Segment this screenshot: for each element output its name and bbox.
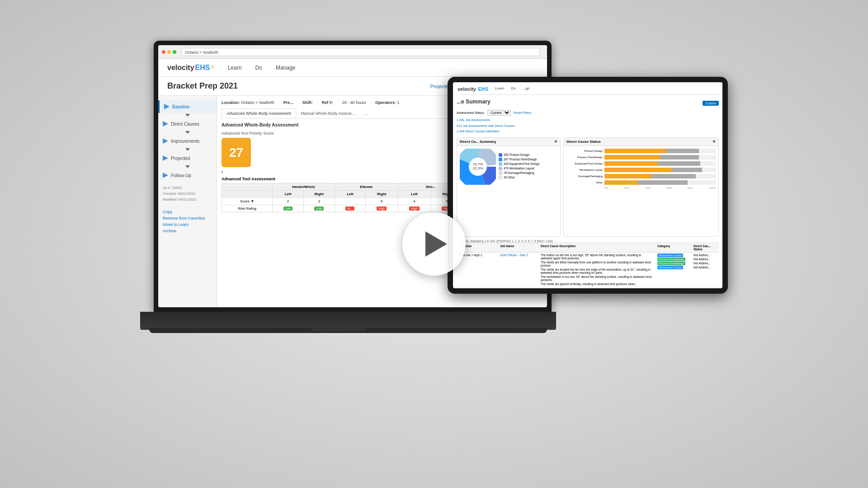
direct-cause-status-card: Direct Cause Status ✕ Product Design <box>563 137 719 237</box>
cell-category: Workstation Layout Process Flow/Design P… <box>657 253 689 286</box>
bar-label-workstation: Workstation Layout <box>566 169 603 171</box>
card-close-icon-2[interactable]: ✕ <box>712 140 716 144</box>
score-cell-2: 2 <box>303 198 335 205</box>
reset-filters-link[interactable]: Reset Filters <box>514 111 531 114</box>
ref-text: Ref #: <box>322 100 333 105</box>
sub-right2: Right <box>365 191 398 198</box>
risk-cell-4: High <box>365 205 398 212</box>
bar-track-product <box>604 149 716 153</box>
desc-row-1: The button on the line is too high, 55" … <box>541 253 653 260</box>
card-close-icon[interactable]: ✕ <box>554 140 557 144</box>
chevron-down-icon <box>185 114 190 117</box>
sidebar-item-followup[interactable]: Follow-Up <box>158 169 217 182</box>
sidebar-item-improvements[interactable]: Improvements <box>158 135 217 147</box>
assessment-status-select[interactable]: Current <box>487 110 511 116</box>
col-header-status: Direct Cau... Status <box>693 244 716 251</box>
legend-dot-equipment <box>499 162 502 166</box>
custom-filter-btn[interactable]: Custom <box>703 101 719 106</box>
col-hands: Hands/Wrists <box>273 183 335 191</box>
score-cell-4: 6 <box>365 198 398 205</box>
legend-label-product: 262 Product Design <box>504 153 529 156</box>
legend-dot-dunnage <box>499 171 502 175</box>
cell-job: Shell Offload - Take 2 <box>500 253 536 286</box>
stat-job-assessments: 1,381 Job Assessments <box>457 118 490 122</box>
risk-cell-5: High <box>398 205 430 212</box>
bar-fill-orange-process <box>604 155 660 160</box>
chevron-down-icon <box>185 148 190 151</box>
nav-learn[interactable]: Learn <box>228 65 242 71</box>
status-1: Not Addres... <box>693 253 716 257</box>
col-header-job: Job Name <box>500 244 536 251</box>
bar-row-workstation: Workstation Layout <box>566 168 716 172</box>
tablet: velocity EHS Learn Do ...ge ...e Summary… <box>448 77 728 294</box>
col-blank <box>222 183 273 191</box>
bar-fill-gray-workstation <box>671 168 703 172</box>
bar-track-equipment <box>604 161 716 166</box>
copy-link[interactable]: Copy <box>163 210 212 214</box>
legend-label-equipment: 326 Equipment/Tool Design <box>504 162 540 165</box>
cat-tag-2: Process Flow/Design <box>657 258 685 261</box>
sidebar-label-improvements: Improvements <box>171 139 199 144</box>
sub-right1: Right <box>303 191 335 198</box>
legend-dot-process <box>499 158 502 161</box>
bar-fill-orange-product <box>604 149 665 153</box>
status-2: Not Addres... <box>693 258 716 261</box>
bar-row-dunnage: Dunnage/Packaging <box>566 174 716 178</box>
bar-fill-gray-other <box>638 180 688 185</box>
tablet-nav-learn[interactable]: Learn <box>495 86 504 90</box>
nav-do[interactable]: Do <box>255 65 262 71</box>
risk-cell-1: Low <box>273 205 304 212</box>
sidebar-label-projected: Projected <box>171 156 190 161</box>
bar-fill-gray-dunnage <box>651 174 695 178</box>
tab-advanced-whole-body[interactable]: Advanced Whole-Body Assessment <box>222 108 296 118</box>
move-learn-link[interactable]: Move to Learn <box>163 222 212 227</box>
play-triangle-icon <box>425 231 447 257</box>
card-header-status: Direct Cause Status ✕ <box>564 138 718 146</box>
bar-row-other: Other <box>566 180 716 185</box>
tab-more[interactable]: ... <box>360 108 373 118</box>
bar-track-dunnage <box>604 174 716 178</box>
browser-url[interactable]: Ontario > Seaforth <box>182 48 540 56</box>
card-title-direct-cause: Direct Ca... Summary <box>460 140 496 144</box>
sidebar-links: Copy Remove from Favorites Move to Learn… <box>158 206 217 239</box>
sidebar-label-baseline: Baseline <box>172 104 189 109</box>
arrow-icon <box>163 138 168 144</box>
status-3: Not Addres... <box>693 262 716 265</box>
created-date: Created: 04/21/2021 <box>163 191 212 197</box>
bar-fill-orange-other <box>604 180 638 185</box>
tablet-nav-manage[interactable]: ...ge <box>523 86 530 90</box>
legend-dot-product <box>499 153 502 157</box>
browser-bar: Ontario > Seaforth <box>158 45 547 59</box>
archive-link[interactable]: Archive <box>163 229 212 233</box>
tab-manual-whole-body[interactable]: Manual Whole-Body Assess... <box>296 108 360 118</box>
tablet-nav-do[interactable]: Do <box>511 86 516 90</box>
sidebar-label-direct-causes: Direct Causes <box>171 122 199 127</box>
score-cell-3 <box>335 198 365 205</box>
job-link[interactable]: Shell Offload - Take 2 <box>500 253 528 257</box>
play-button[interactable] <box>402 212 466 276</box>
tablet-screen: velocity EHS Learn Do ...ge ...e Summary… <box>453 82 722 288</box>
pie-legend: 262 Product Design 287 Process Flow/Desi… <box>499 153 540 180</box>
tablet-body: ...e Summary Custom Assessment Status: C… <box>453 95 722 288</box>
browser-dot-minimize[interactable] <box>167 50 171 54</box>
pie-center-pct: 19.7% <box>473 162 483 166</box>
nav-manage[interactable]: Manage <box>276 65 295 71</box>
stat-identified: 1,460 Direct Causes Identified <box>457 130 499 133</box>
desc-row-3: The shells are located too far from the … <box>541 268 653 274</box>
col-header-desc: Direct Cause Description <box>541 244 653 251</box>
sidebar-item-baseline[interactable]: Baseline <box>158 100 217 113</box>
legend-workstation: 479 Workstation Layout <box>499 167 540 170</box>
arrow-icon <box>163 155 168 161</box>
bar-fill-orange-dunnage <box>604 174 651 178</box>
shift-text: Shift: <box>302 100 313 105</box>
legend-label-dunnage: 78 Dunnage/Packaging <box>504 171 534 174</box>
legend-product-design: 262 Product Design <box>499 153 540 157</box>
browser-dot-maximize[interactable] <box>173 50 176 54</box>
pie-chart-svg: 19.7% 22.3% <box>460 149 496 185</box>
remove-favorites-link[interactable]: Remove from Favorites <box>163 216 212 221</box>
sidebar-item-projected[interactable]: Projected <box>158 152 217 164</box>
browser-dot-close[interactable] <box>162 50 165 54</box>
hours-text: 20 - 40 hours <box>342 100 366 105</box>
arrow-icon <box>164 104 170 109</box>
sidebar-item-direct-causes[interactable]: Direct Causes <box>158 117 217 130</box>
